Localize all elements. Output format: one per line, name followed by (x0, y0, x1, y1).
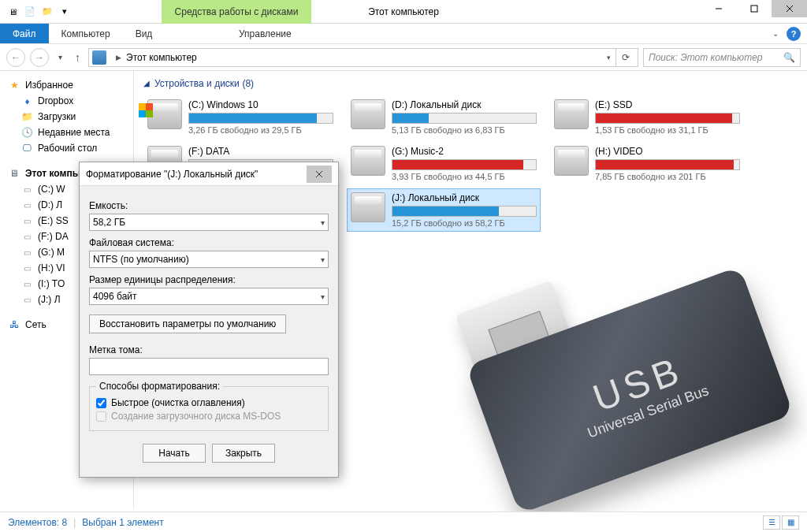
disk-icon: ▭ (20, 262, 33, 274)
restore-defaults-button[interactable]: Восстановить параметры по умолчанию (89, 314, 286, 333)
window-title: Этот компьютер (368, 6, 439, 17)
breadcrumb[interactable]: ▶ Этот компьютер ▾ ⟳ (88, 48, 638, 67)
search-placeholder: Поиск: Этот компьютер (649, 52, 763, 63)
minimize-button[interactable] (701, 0, 736, 17)
volume-label: Метка тома: (89, 344, 329, 355)
volume-input[interactable] (89, 358, 329, 375)
status-item-count: Элементов: 8 (8, 517, 67, 528)
quick-format-checkbox[interactable]: Быстрое (очистка оглавления) (96, 397, 322, 408)
status-selection: Выбран 1 элемент (82, 517, 163, 528)
sidebar-item-desktop[interactable]: 🖵Рабочий стол (3, 140, 130, 156)
computer-icon (92, 50, 106, 65)
qa-dropdown-icon[interactable]: ▾ (57, 4, 73, 20)
drive-free-text: 5,13 ГБ свободно из 6,83 ГБ (392, 125, 537, 135)
drive-usage-bar (392, 159, 537, 170)
svg-rect-1 (751, 6, 757, 12)
drive-usage-bar (595, 113, 740, 124)
search-input[interactable]: Поиск: Этот компьютер 🔍 (643, 48, 801, 67)
dropbox-icon: ⬧ (20, 95, 33, 107)
disk-icon: ▭ (20, 230, 33, 243)
allocation-select[interactable]: 4096 байт (89, 288, 329, 305)
view-tiles-button[interactable]: ▦ (782, 515, 799, 530)
drive-usage-bar (595, 159, 740, 170)
drive-free-text: 1,53 ГБ свободно из 31,1 ГБ (595, 125, 740, 135)
menu-view[interactable]: Вид (123, 24, 165, 43)
capacity-label: Емкость: (89, 200, 329, 211)
menu-file[interactable]: Файл (0, 24, 49, 43)
menu-computer[interactable]: Компьютер (49, 24, 123, 43)
section-title: Устройства и диски (8) (154, 77, 254, 89)
sidebar-item-recent[interactable]: 🕓Недавние места (3, 125, 130, 140)
desktop-icon: 🖵 (20, 142, 33, 154)
sidebar-item-dropbox[interactable]: ⬧Dropbox (3, 93, 130, 109)
allocation-label: Размер единицы распределения: (89, 274, 329, 285)
drive-item[interactable]: (G:) Music-2 3,93 ГБ свободно из 44,5 ГБ (347, 142, 541, 185)
drive-item[interactable]: (E:) SSD 1,53 ГБ свободно из 31,1 ГБ (550, 95, 744, 139)
recent-icon: 🕓 (20, 126, 33, 139)
drive-usage-bar (188, 113, 333, 124)
disk-icon: ▭ (20, 199, 33, 211)
search-icon: 🔍 (783, 52, 795, 63)
nav-forward-button[interactable]: → (30, 48, 49, 67)
drive-free-text: 7,85 ГБ свободно из 201 ГБ (595, 172, 740, 181)
dialog-titlebar[interactable]: Форматирование "(J:) Локальный диск" (80, 162, 338, 186)
titlebar: 🖥 📄 📁 ▾ Средства работы с дисками Этот к… (0, 0, 807, 24)
drive-free-text: 3,93 ГБ свободно из 44,5 ГБ (392, 172, 537, 181)
drive-name: (E:) SSD (595, 99, 740, 110)
disk-icon: ▭ (20, 277, 33, 290)
drive-icon (351, 99, 385, 129)
drive-name: (C:) Windows 10 (188, 99, 333, 110)
breadcrumb-text: Этот компьютер (126, 52, 197, 63)
chevron-down-icon[interactable]: ▾ (602, 54, 615, 61)
properties-icon[interactable]: 📄 (22, 4, 38, 20)
nav-up-button[interactable]: ↑ (72, 51, 84, 64)
view-details-button[interactable]: ☰ (763, 515, 780, 530)
format-methods-legend: Способы форматирования: (96, 381, 223, 392)
ribbon-context-tab[interactable]: Средства работы с дисками (162, 0, 311, 24)
drive-name: (G:) Music-2 (392, 146, 537, 157)
section-header[interactable]: ◢ Устройства и диски (8) (143, 77, 798, 89)
drive-item[interactable]: (H:) VIDEO 7,85 ГБ свободно из 201 ГБ (550, 142, 744, 185)
drive-item[interactable]: (D:) Локальный диск 5,13 ГБ свободно из … (347, 95, 541, 139)
drive-icon (554, 146, 589, 176)
drive-item[interactable]: (J:) Локальный диск 15,2 ГБ свободно из … (347, 188, 541, 232)
start-button[interactable]: Начать (143, 444, 206, 463)
nav-history-dropdown[interactable]: ▾ (54, 53, 67, 61)
sidebar-item-downloads[interactable]: 📁Загрузки (3, 109, 130, 125)
network-icon: 🖧 (8, 318, 20, 331)
drive-free-text: 15,2 ГБ свободно из 58,2 ГБ (392, 218, 537, 228)
disk-icon: ▭ (20, 214, 33, 227)
window-controls (701, 0, 807, 17)
app-icon: 🖥 (5, 4, 20, 20)
dialog-close-button[interactable] (307, 166, 332, 183)
maximize-button[interactable] (736, 0, 772, 17)
drive-icon (147, 99, 182, 129)
disk-icon: ▭ (20, 293, 33, 306)
chevron-right-icon: ▶ (111, 54, 126, 61)
drive-icon (351, 192, 385, 222)
drive-free-text: 3,26 ГБ свободно из 29,5 ГБ (188, 125, 333, 135)
drive-name: (F:) DATA (188, 146, 333, 157)
format-dialog: Форматирование "(J:) Локальный диск" Емк… (79, 162, 339, 478)
drive-item[interactable]: (C:) Windows 10 3,26 ГБ свободно из 29,5… (143, 95, 337, 139)
drive-icon (554, 99, 589, 129)
close-format-button[interactable]: Закрыть (212, 444, 275, 463)
capacity-select[interactable]: 58,2 ГБ (89, 214, 329, 231)
help-icon[interactable]: ? (787, 27, 801, 41)
collapse-icon: ◢ (143, 79, 150, 87)
folder-icon: 📁 (20, 110, 33, 123)
filesystem-select[interactable]: NTFS (по умолчанию) (89, 251, 329, 268)
close-button[interactable] (772, 0, 807, 17)
new-folder-icon[interactable]: 📁 (39, 4, 55, 20)
refresh-button[interactable]: ⟳ (615, 48, 634, 67)
drive-name: (D:) Локальный диск (392, 99, 537, 110)
drive-usage-bar (392, 206, 537, 217)
sidebar-favorites[interactable]: ★Избранное (3, 77, 130, 93)
nav-back-button[interactable]: ← (6, 48, 25, 67)
menubar: Файл Компьютер Вид Управление ⌄ ? (0, 24, 807, 44)
ribbon-expand-icon[interactable]: ⌄ (768, 29, 783, 38)
menu-manage[interactable]: Управление (190, 24, 340, 43)
usb-illustration: USBUniversal Serial Bus (358, 240, 799, 500)
drive-name: (J:) Локальный диск (392, 192, 537, 203)
drive-usage-bar (392, 113, 537, 124)
